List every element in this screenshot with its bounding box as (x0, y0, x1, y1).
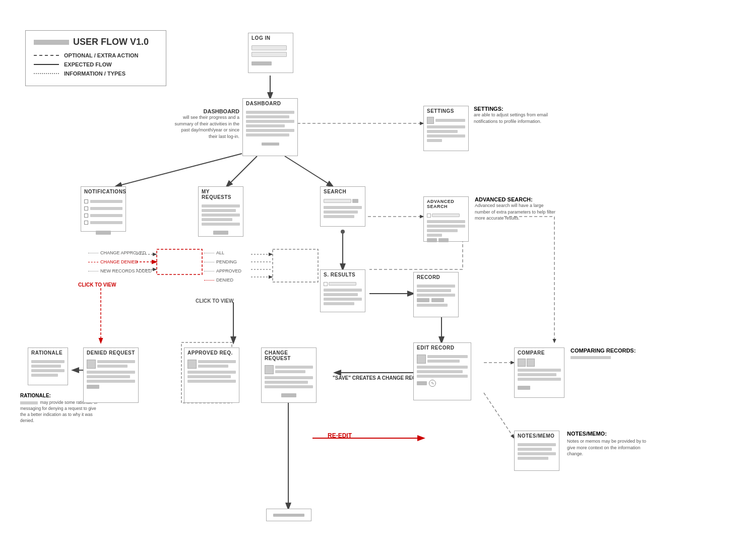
notl1 (518, 443, 556, 446)
notif-item1 (84, 198, 122, 204)
legend-expected-label: EXPECTED FLOW (64, 61, 112, 67)
notif-item3 (84, 213, 122, 219)
mr3 (202, 214, 240, 217)
compare-content (515, 357, 564, 394)
search-title: SEARCH (321, 187, 365, 195)
crl1 (275, 366, 313, 369)
svg-line-10 (484, 393, 514, 438)
srl1 (324, 289, 362, 292)
notif-click-to-view: CLICK TO VIEW (78, 282, 116, 288)
rationale-box: RATIONALE (28, 347, 68, 385)
er-btn1 (417, 381, 427, 385)
sline1 (324, 206, 362, 209)
login-field2 (251, 52, 287, 57)
svg-point-29 (341, 230, 345, 234)
crl3 (265, 376, 313, 379)
solid-line-icon (34, 64, 59, 65)
compare-line (571, 356, 611, 359)
dashboard-box: DASHBOARD (242, 98, 298, 156)
changereq-avatar (265, 365, 274, 374)
mr1 (202, 204, 240, 207)
legend-title: USER FLOW V1.0 (34, 37, 158, 47)
advsearch-desc: ADVANCED SEARCH: Advanced search will ha… (475, 196, 558, 222)
denied-title: DENIED REQUEST (84, 348, 138, 357)
legend-title-bar (34, 40, 69, 45)
compare-box: COMPARE (514, 347, 564, 398)
appl1 (198, 360, 236, 363)
erl2 (427, 360, 460, 363)
notif-btn (96, 231, 111, 235)
erl5 (417, 375, 468, 378)
settings-content (424, 115, 468, 146)
legend-optional: OPTIONAL / EXTRA ACTION (34, 52, 158, 58)
legend-info: INFORMATION / TYPES (34, 71, 158, 77)
changereq-header-lines (275, 364, 313, 375)
myreq-content (199, 201, 243, 239)
final-node (266, 509, 311, 521)
myreq-title: MY REQUESTS (199, 187, 243, 201)
svg-line-3 (285, 156, 333, 186)
denl1 (97, 360, 135, 363)
denl5 (87, 380, 135, 383)
nline2 (90, 207, 122, 210)
my-requests-box: MY REQUESTS (198, 186, 243, 237)
ratl2 (31, 365, 61, 368)
notes-desc-text: Notes or memos may be provided by to giv… (567, 438, 655, 457)
nline4 (90, 221, 122, 224)
dotted-line-icon (34, 73, 59, 74)
asl2 (427, 225, 465, 228)
den-btn1 (87, 385, 99, 389)
compl2 (518, 373, 556, 376)
srl4 (324, 302, 354, 305)
advsearch-desc-text: Advanced search will have a large number… (475, 202, 558, 222)
filter-change-denied: CHANGE DENIED (100, 259, 138, 264)
appl3 (187, 371, 236, 374)
dash-line2 (246, 115, 289, 118)
nline1 (90, 200, 122, 203)
dash-line5 (246, 129, 294, 132)
changereq-btn (281, 393, 296, 397)
ratl1 (31, 360, 65, 363)
crl5 (265, 385, 313, 388)
search-content (321, 195, 365, 222)
sline2 (324, 211, 358, 214)
denied-avatar (87, 360, 96, 369)
advsearch-title: ADVANCED SEARCH (424, 197, 468, 210)
advsearch-icon (427, 214, 431, 218)
nline3 (90, 214, 122, 217)
search-input-wf (324, 199, 351, 203)
recl1 (417, 285, 455, 288)
login-title: LOG IN (248, 33, 293, 42)
notif-filter-labels: CHANGE APPROVED CHANGE DENIED NEW RECORD… (88, 250, 152, 273)
settings-label: SETTINGS: (474, 106, 554, 112)
final-content (267, 509, 311, 521)
sl1 (435, 119, 465, 122)
appl2 (198, 365, 228, 368)
settings-lines (435, 117, 465, 123)
sl4 (427, 134, 465, 137)
notif-title: NOTIFICATIONS (81, 187, 125, 195)
advsearch-input (432, 214, 460, 217)
dash-line6 (246, 133, 289, 136)
login-field1 (251, 45, 287, 50)
sresults-icon (324, 282, 328, 286)
crl2 (275, 370, 305, 373)
denl2 (97, 365, 128, 368)
compl3 (518, 378, 561, 381)
rationale-title: RATIONALE (28, 348, 68, 357)
settings-avatar (427, 117, 434, 124)
erl1 (427, 355, 468, 358)
sl3 (427, 130, 458, 133)
notes-desc: NOTES/MEMO: Notes or memos may be provid… (567, 431, 655, 457)
denl4 (87, 375, 130, 378)
approved-header-lines (198, 359, 236, 369)
login-content (248, 42, 293, 69)
ratl4 (31, 374, 58, 377)
sline3 (324, 215, 354, 218)
notl4 (518, 457, 548, 460)
legend-box: USER FLOW V1.0 OPTIONAL / EXTRA ACTION E… (25, 30, 166, 86)
advsearch-label: ADVANCED SEARCH: (475, 196, 558, 202)
sresults-title: S. RESULTS (321, 270, 365, 278)
editrec-header-lines (427, 354, 468, 364)
notif-item4 (84, 220, 122, 226)
